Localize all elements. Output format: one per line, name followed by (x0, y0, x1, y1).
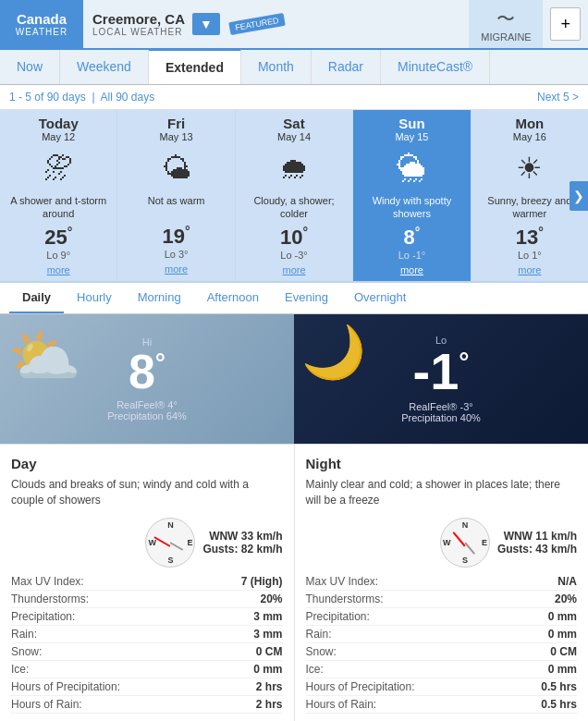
stats-label: Hours of Precipitation: (11, 680, 120, 693)
stats-row: Max UV Index: 7 (High) (11, 573, 283, 591)
forecast-description: Sunny, breezy and warmer (475, 194, 584, 221)
forecast-more-link[interactable]: more (121, 263, 230, 275)
view-tab-overnight[interactable]: Overnight (341, 283, 419, 313)
day-wind-info: WNW 33 km/h Gusts: 82 km/h (202, 530, 282, 556)
tab-extended[interactable]: Extended (149, 49, 241, 84)
night-detail-card: 🌙 Lo -1° RealFeel® -3° Precipitation 40% (294, 314, 588, 444)
tab-month[interactable]: Month (241, 50, 312, 84)
night-compass: N S W E (440, 518, 490, 568)
forecast-more-link[interactable]: more (357, 264, 466, 275)
night-realfeel: RealFeel® -3° Precipitation 40% (401, 401, 481, 423)
stats-label: Precipitation: (11, 610, 75, 623)
forecast-lo: Lo 1° (475, 250, 584, 261)
migraine-block: 〜 MIGRAINE (469, 0, 543, 48)
stats-value: 7 (High) (241, 575, 283, 588)
all-90-days-link[interactable]: All 90 days (101, 91, 155, 104)
next-5-link[interactable]: Next 5 > (537, 91, 579, 104)
stats-label: Thunderstorms: (11, 593, 89, 605)
view-tab-morning[interactable]: Morning (125, 283, 194, 313)
forecast-card-sun[interactable]: Sun May 15 🌦 Windy with spotty showers 8… (353, 110, 471, 281)
day-title: Day (11, 456, 283, 471)
stats-label: Rain: (11, 628, 37, 641)
forecast-card-sat[interactable]: Sat May 14 🌧 Cloudy, a shower; colder 10… (236, 110, 353, 281)
stats-row: Precipitation: 0 mm (306, 608, 578, 626)
forecast-lo: Lo -3° (239, 250, 349, 261)
forecast-lo: Lo 3° (121, 249, 230, 260)
night-wind-block: N S W E WNW 11 km/h Gusts: 43 km/h (306, 518, 578, 568)
forecast-card-today[interactable]: Today May 12 ⛈ A shower and t-storm arou… (0, 110, 117, 281)
stats-value: 0 CM (550, 645, 577, 658)
stats-value: 3 mm (253, 610, 282, 623)
night-compass-needle (452, 532, 465, 547)
tab-radar[interactable]: Radar (312, 50, 381, 84)
night-weather-icon: 🌙 (301, 322, 366, 383)
day-description: Clouds and breaks of sun; windy and cold… (11, 477, 283, 508)
sub-header: 1 - 5 of 90 days | All 90 days Next 5 > (0, 85, 588, 110)
forecast-weather-icon: 🌤 (121, 146, 230, 190)
day-compass-needle-back (170, 542, 184, 551)
day-temperature: 8° (129, 348, 165, 396)
forecast-more-link[interactable]: more (239, 264, 349, 275)
stats-label: Max UV Index: (11, 575, 84, 588)
tab-now[interactable]: Now (0, 50, 60, 84)
stats-row: Hours of Precipitation: 0.5 hrs (306, 678, 578, 696)
location-block: Creemore, CA LOCAL WEATHER ▼ FEATURED (83, 0, 469, 48)
forecast-day-label: Fri (121, 116, 230, 131)
location-text: Creemore, CA LOCAL WEATHER (92, 11, 185, 37)
forecast-description: Not as warm (121, 194, 230, 220)
forecast-date: May 14 (239, 131, 349, 142)
stats-row: Precipitation: 3 mm (11, 608, 283, 626)
night-description: Mainly clear and cold; a shower in place… (306, 477, 578, 508)
view-tab-evening[interactable]: Evening (272, 283, 341, 313)
stats-label: Hours of Rain: (306, 698, 377, 711)
range-label: 1 - 5 of 90 days | All 90 days (9, 91, 154, 104)
forecast-date: May 15 (357, 131, 466, 142)
stats-label: Hours of Precipitation: (306, 680, 415, 693)
stats-row: Hours of Rain: 2 hrs (11, 696, 283, 714)
day-compass: N S W E (145, 518, 195, 568)
location-dropdown-button[interactable]: ▼ (192, 13, 220, 35)
forecast-description: A shower and t-storm around (4, 194, 113, 221)
nav-tabs: Now Weekend Extended Month Radar MinuteC… (0, 50, 588, 85)
stats-label: Precipitation: (306, 610, 370, 623)
stats-row: Hours of Precipitation: 2 hrs (11, 678, 283, 696)
migraine-label: MIGRAINE (481, 31, 531, 43)
stats-label: Snow: (306, 645, 337, 658)
stats-label: Hours of Rain: (11, 698, 82, 711)
tab-weekend[interactable]: Weekend (60, 50, 149, 84)
tab-minutecast[interactable]: MinuteCast® (381, 50, 490, 84)
day-realfeel: RealFeel® 4° Precipitation 64% (107, 399, 187, 422)
stats-row: Ice: 0 mm (306, 661, 578, 678)
local-weather-label: LOCAL WEATHER (92, 27, 185, 37)
forecast-weather-icon: ☀ (475, 146, 584, 190)
view-tab-afternoon[interactable]: Afternoon (194, 283, 272, 313)
forecast-card-fri[interactable]: Fri May 13 🌤 Not as warm 19° Lo 3° more (117, 110, 235, 281)
forecast-row: Today May 12 ⛈ A shower and t-storm arou… (0, 110, 588, 283)
stats-value: N/A (557, 575, 577, 588)
stats-row: Rain: 3 mm (11, 626, 283, 643)
add-button[interactable]: + (550, 7, 581, 41)
view-tabs: DailyHourlyMorningAfternoonEveningOverni… (0, 283, 588, 314)
stats-label: Thunderstorms: (306, 593, 384, 605)
next-forecast-button[interactable]: ❯ (570, 181, 588, 211)
stats-label: Ice: (306, 663, 324, 676)
canada-weather-block: Canada WEATHER (0, 0, 83, 48)
stats-value: 0 mm (253, 663, 282, 676)
day-info-section: Day Clouds and breaks of sun; windy and … (0, 445, 295, 721)
view-tab-hourly[interactable]: Hourly (64, 283, 125, 313)
forecast-day-label: Mon (475, 116, 584, 131)
stats-value: 2 hrs (256, 680, 283, 693)
forecast-more-link[interactable]: more (4, 264, 113, 275)
stats-label: Snow: (11, 645, 42, 658)
forecast-day-label: Sun (357, 116, 466, 131)
forecast-description: Windy with spotty showers (357, 194, 466, 221)
detail-row: ⛅ Hi 8° RealFeel® 4° Precipitation 64% 🌙… (0, 314, 588, 444)
canada-label: Canada (11, 11, 72, 27)
info-row: Day Clouds and breaks of sun; windy and … (0, 444, 588, 721)
stats-value: 0 mm (548, 628, 577, 641)
view-tab-daily[interactable]: Daily (9, 283, 64, 313)
forecast-day-label: Sat (239, 116, 349, 131)
forecast-more-link[interactable]: more (475, 264, 584, 275)
night-wind-info: WNW 11 km/h Gusts: 43 km/h (497, 530, 577, 556)
day-wind-block: N S W E WNW 33 km/h Gusts: 82 km/h (11, 518, 283, 568)
